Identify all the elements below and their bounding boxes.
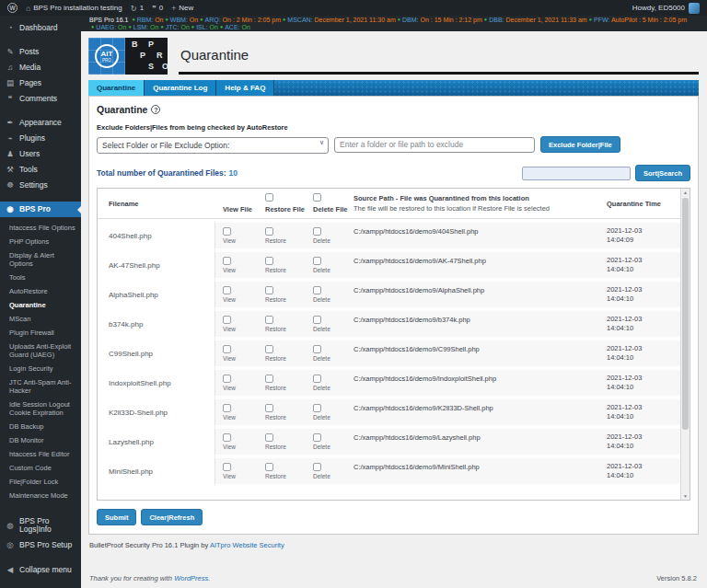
- sidebar-item-media[interactable]: ♫ Media: [0, 60, 81, 75]
- sidebar-item-bps-pro[interactable]: ◉ BPS Pro: [0, 202, 81, 217]
- view-checkbox[interactable]: [223, 404, 231, 412]
- site-name-link[interactable]: ⌂ BPS Pro installation testing: [26, 4, 122, 13]
- submenu-item[interactable]: AutoRestore: [0, 284, 81, 298]
- scrollbar-thumb[interactable]: [682, 198, 689, 430]
- view-checkbox[interactable]: [223, 375, 231, 383]
- delete-checkbox[interactable]: [313, 257, 321, 265]
- restore-checkbox[interactable]: [265, 316, 273, 324]
- view-checkbox[interactable]: [223, 286, 231, 294]
- sidebar-item-plugins[interactable]: ⌁ Plugins: [0, 131, 81, 146]
- tab-help-faq[interactable]: Help & FAQ: [216, 80, 274, 96]
- submit-button[interactable]: Submit: [97, 509, 136, 525]
- sidebar-item-posts[interactable]: ✎ Posts: [0, 44, 81, 60]
- clear-refresh-button[interactable]: Clear|Refresh: [141, 509, 203, 525]
- wordpress-logo-icon[interactable]: W: [7, 3, 17, 13]
- sidebar-item-bps-logs[interactable]: ◍ BPS Pro Logs|Info: [0, 513, 81, 537]
- submenu-item[interactable]: PHP Options: [0, 235, 81, 248]
- status-segment: ●DBB: December 1, 2021 11:33 am: [482, 17, 587, 23]
- submenu-item-quarantine[interactable]: Quarantine: [0, 298, 81, 312]
- delete-label: Delete: [313, 326, 354, 332]
- submenu-item[interactable]: JTC Anti-Spam Anti-Hacker: [0, 375, 81, 398]
- sidebar-item-settings[interactable]: ☸ Settings: [0, 178, 81, 193]
- aitpro-logo: AIT PRO: [88, 38, 125, 75]
- sort-search-input[interactable]: [522, 167, 631, 180]
- restore-checkbox[interactable]: [265, 286, 273, 294]
- delete-checkbox[interactable]: [313, 345, 321, 353]
- sidebar-item-users[interactable]: ♟ Users: [0, 146, 81, 162]
- restore-checkbox[interactable]: [265, 375, 273, 383]
- pages-icon: ▤: [6, 79, 15, 87]
- restore-checkbox[interactable]: [265, 257, 273, 265]
- status-segment: ●JTC: On: [158, 24, 189, 30]
- submenu-item[interactable]: Custom Code: [0, 461, 81, 475]
- wordpress-link[interactable]: WordPress.: [174, 574, 210, 582]
- comments-link[interactable]: ❞ 0: [152, 4, 163, 13]
- table-scrollbar[interactable]: ▲ ▼: [680, 189, 690, 500]
- submenu-item[interactable]: File|Folder Lock: [0, 475, 81, 489]
- view-checkbox[interactable]: [223, 316, 231, 324]
- updates-link[interactable]: ↻ 1: [131, 4, 145, 13]
- collapse-menu-button[interactable]: ◀ Collapse menu: [0, 562, 81, 578]
- new-content-link[interactable]: + New: [171, 4, 193, 13]
- sidebar-item-pages[interactable]: ▤ Pages: [0, 75, 81, 91]
- scroll-down-icon[interactable]: ▼: [683, 493, 688, 499]
- submenu-item[interactable]: DB Backup: [0, 420, 81, 433]
- header-filename: Filename: [98, 193, 215, 213]
- submenu-item[interactable]: Tools: [0, 271, 81, 284]
- help-question-icon[interactable]: ?: [151, 105, 160, 114]
- quarantine-time-cell: 2021-12-03 14:04:10: [607, 370, 680, 396]
- status-bullet-icon: ●: [132, 17, 134, 22]
- sidebar-item-dashboard[interactable]: ◔ Dashboard: [0, 20, 81, 36]
- delete-checkbox[interactable]: [313, 286, 321, 294]
- aitpro-link[interactable]: AITpro Website Security: [210, 541, 284, 549]
- delete-checkbox[interactable]: [313, 433, 321, 442]
- submenu-item[interactable]: Idle Session Logout Cookie Expiration: [0, 398, 81, 420]
- view-checkbox[interactable]: [223, 257, 231, 265]
- submenu-item[interactable]: MScan: [0, 312, 81, 326]
- submenu-item[interactable]: Plugin Firewall: [0, 326, 81, 340]
- exclude-folder-file-button[interactable]: Exclude Folder|File: [540, 136, 620, 153]
- delete-checkbox[interactable]: [313, 227, 321, 236]
- restore-checkbox[interactable]: [265, 227, 273, 236]
- select-all-restore-checkbox[interactable]: [265, 193, 273, 202]
- quarantine-time-cell: 2021-12-03 14:04:10: [607, 252, 680, 278]
- view-checkbox[interactable]: [223, 227, 231, 236]
- submenu-item[interactable]: Uploads Anti-Exploit Guard (UAEG): [0, 340, 81, 362]
- submenu-item[interactable]: Maintenance Mode: [0, 489, 81, 502]
- scroll-up-icon[interactable]: ▲: [683, 190, 688, 195]
- restore-label: Restore: [265, 473, 306, 479]
- sidebar-item-comments[interactable]: ❝ Comments: [0, 91, 81, 107]
- submenu-item[interactable]: htaccess File Editor: [0, 447, 81, 461]
- submenu-item[interactable]: DB Monitor: [0, 433, 81, 447]
- view-checkbox[interactable]: [223, 345, 231, 353]
- exclude-option-select[interactable]: Select Folder or File Exclude Option:: [97, 137, 329, 154]
- delete-checkbox[interactable]: [313, 404, 321, 412]
- avatar[interactable]: [689, 3, 700, 14]
- tab-quarantine[interactable]: Quarantine: [88, 80, 145, 96]
- header-quarantine-time: Quarantine Time: [607, 193, 680, 213]
- submenu-item[interactable]: Login Security: [0, 362, 81, 375]
- restore-checkbox[interactable]: [265, 433, 273, 442]
- sidebar-item-bps-setup[interactable]: ◎ BPS Pro Setup: [0, 537, 81, 553]
- view-checkbox[interactable]: [223, 433, 231, 442]
- delete-label: Delete: [313, 473, 354, 479]
- tab-quarantine-log[interactable]: Quarantine Log: [145, 80, 216, 96]
- sidebar-item-tools[interactable]: ⚒ Tools: [0, 162, 81, 178]
- howdy-link[interactable]: Howdy, ED5000: [632, 4, 685, 12]
- select-all-delete-checkbox[interactable]: [313, 193, 321, 202]
- exclude-path-input[interactable]: [334, 137, 535, 153]
- sort-search-button[interactable]: Sort|Search: [635, 165, 690, 181]
- exclude-label: Exclude Folders|Files from being checked…: [97, 123, 690, 132]
- submenu-item[interactable]: htaccess File Options: [0, 221, 81, 235]
- home-icon: ⌂: [26, 4, 30, 13]
- delete-checkbox[interactable]: [313, 316, 321, 324]
- restore-checkbox[interactable]: [265, 345, 273, 353]
- sidebar-item-appearance[interactable]: ✒ Appearance: [0, 115, 81, 131]
- restore-checkbox[interactable]: [265, 463, 273, 471]
- restore-label: Restore: [265, 385, 306, 391]
- delete-checkbox[interactable]: [313, 375, 321, 383]
- restore-checkbox[interactable]: [265, 404, 273, 412]
- submenu-item[interactable]: Display & Alert Options: [0, 248, 81, 271]
- view-checkbox[interactable]: [223, 463, 231, 471]
- delete-checkbox[interactable]: [313, 463, 321, 471]
